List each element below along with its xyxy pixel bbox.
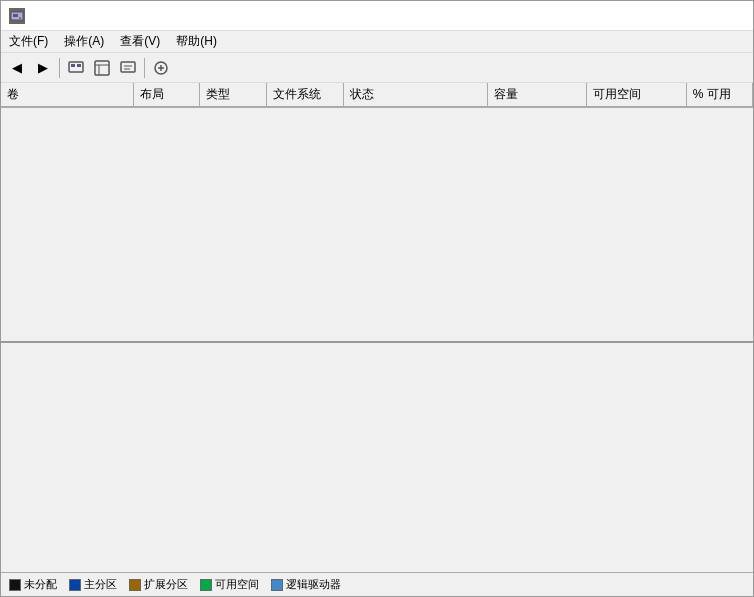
forward-button[interactable]: ▶ (31, 56, 55, 80)
col-pct[interactable]: % 可用 (686, 83, 752, 107)
legend-unallocated: 未分配 (9, 577, 57, 592)
main-window: 文件(F) 操作(A) 查看(V) 帮助(H) ◀ ▶ (0, 0, 754, 597)
menu-file[interactable]: 文件(F) (1, 31, 56, 53)
close-button[interactable] (719, 6, 745, 26)
col-free[interactable]: 可用空间 (587, 83, 686, 107)
menu-view[interactable]: 查看(V) (112, 31, 168, 53)
legend-label-primary: 主分区 (84, 577, 117, 592)
table-container[interactable]: 卷 布局 类型 文件系统 状态 容量 可用空间 % 可用 (1, 83, 753, 341)
legend-label-extended: 扩展分区 (144, 577, 188, 592)
legend-box-extended (129, 579, 141, 591)
col-capacity[interactable]: 容量 (487, 83, 586, 107)
minimize-button[interactable] (663, 6, 689, 26)
legend-label-free: 可用空间 (215, 577, 259, 592)
toolbar: ◀ ▶ (1, 53, 753, 83)
col-fs[interactable]: 文件系统 (266, 83, 343, 107)
svg-rect-4 (71, 64, 75, 67)
legend-box-free (200, 579, 212, 591)
svg-point-2 (19, 17, 21, 19)
svg-rect-9 (121, 62, 135, 72)
legend: 未分配 主分区 扩展分区 可用空间 逻辑驱动器 (1, 572, 753, 596)
legend-free: 可用空间 (200, 577, 259, 592)
separator-1 (59, 58, 60, 78)
title-bar-left (9, 8, 31, 24)
maximize-button[interactable] (691, 6, 717, 26)
legend-box-unallocated (9, 579, 21, 591)
main-content: 卷 布局 类型 文件系统 状态 容量 可用空间 % 可用 (1, 83, 753, 572)
volumes-table: 卷 布局 类型 文件系统 状态 容量 可用空间 % 可用 (1, 83, 753, 108)
legend-label-logical: 逻辑驱动器 (286, 577, 341, 592)
svg-rect-5 (77, 64, 81, 67)
back-button[interactable]: ◀ (5, 56, 29, 80)
legend-box-logical (271, 579, 283, 591)
toolbar-btn-4[interactable] (149, 56, 173, 80)
title-bar (1, 1, 753, 31)
lower-disk-area (1, 343, 753, 572)
legend-box-primary (69, 579, 81, 591)
toolbar-btn-2[interactable] (90, 56, 114, 80)
menu-bar: 文件(F) 操作(A) 查看(V) 帮助(H) (1, 31, 753, 53)
legend-logical: 逻辑驱动器 (271, 577, 341, 592)
col-vol[interactable]: 卷 (1, 83, 134, 107)
separator-2 (144, 58, 145, 78)
svg-rect-6 (95, 61, 109, 75)
toolbar-btn-1[interactable] (64, 56, 88, 80)
col-type[interactable]: 类型 (200, 83, 266, 107)
svg-rect-1 (13, 14, 18, 17)
menu-action[interactable]: 操作(A) (56, 31, 112, 53)
legend-label-unallocated: 未分配 (24, 577, 57, 592)
toolbar-btn-3[interactable] (116, 56, 140, 80)
col-layout[interactable]: 布局 (134, 83, 200, 107)
title-controls (663, 6, 745, 26)
menu-help[interactable]: 帮助(H) (168, 31, 225, 53)
legend-primary: 主分区 (69, 577, 117, 592)
app-icon (9, 8, 25, 24)
legend-extended: 扩展分区 (129, 577, 188, 592)
col-status[interactable]: 状态 (344, 83, 488, 107)
upper-area: 卷 布局 类型 文件系统 状态 容量 可用空间 % 可用 (1, 83, 753, 343)
